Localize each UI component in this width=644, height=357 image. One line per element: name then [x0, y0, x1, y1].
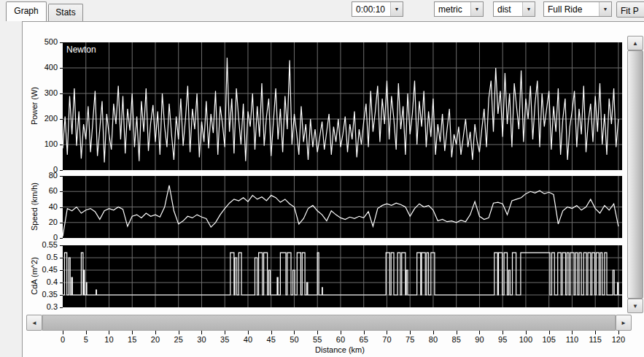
x-tick-mark — [86, 331, 87, 334]
y-tick-mark — [60, 270, 63, 271]
x-tick-mark — [179, 331, 179, 334]
y-tick-mark — [60, 223, 63, 223]
y-tick-label: 20 — [26, 218, 58, 226]
scroll-down-button[interactable]: ▼ — [627, 299, 643, 313]
y-tick-label: 300 — [26, 88, 58, 97]
x-tick-label: 95 — [491, 335, 514, 344]
y-tick-label: 200 — [26, 114, 58, 123]
units-dropdown[interactable]: metric ▼ — [434, 1, 484, 17]
y-tick-label: 100 — [26, 139, 58, 148]
x-tick-mark — [618, 331, 619, 334]
y-tick-label: 0.3 — [26, 302, 58, 311]
y-tick-label: 0.45 — [26, 265, 58, 274]
interval-dropdown-value: 0:00:10 — [352, 2, 390, 16]
x-tick-mark — [271, 331, 272, 334]
y-tick-mark — [60, 258, 63, 258]
x-tick-label: 25 — [167, 335, 190, 344]
x-tick-label: 75 — [398, 335, 422, 344]
y-tick-label: 500 — [26, 37, 58, 46]
y-tick-mark — [60, 170, 63, 171]
x-tick-label: 5 — [74, 335, 98, 344]
y-tick-label: 0.35 — [26, 290, 58, 299]
x-tick-label: 55 — [306, 335, 329, 344]
x-tick-label: 50 — [282, 335, 306, 344]
y-tick-mark — [60, 176, 63, 177]
y-tick-mark — [60, 42, 63, 43]
x-tick-mark — [201, 331, 202, 334]
y-tick-label: 80 — [26, 171, 58, 180]
plot-svg-power — [63, 42, 622, 170]
horizontal-scrollbar[interactable]: ◄ ► — [26, 315, 632, 331]
x-tick-mark — [410, 331, 411, 334]
horizontal-scrollbar-thumb[interactable] — [42, 315, 616, 331]
x-tick-mark — [572, 331, 573, 334]
y-tick-label: 60 — [26, 186, 58, 195]
x-tick-label: 65 — [352, 335, 376, 344]
chevron-down-icon[interactable]: ▼ — [390, 2, 403, 16]
tab-stats[interactable]: Stats — [48, 4, 83, 21]
scroll-right-button[interactable]: ► — [616, 315, 632, 331]
x-tick-mark — [109, 331, 109, 334]
x-tick-mark — [526, 331, 527, 334]
y-tick-label: 0.55 — [26, 240, 58, 249]
x-tick-mark — [132, 331, 133, 334]
chevron-down-icon[interactable]: ▼ — [599, 2, 611, 16]
x-tick-mark — [63, 331, 63, 334]
x-axis-title: Distance (km) — [245, 345, 435, 354]
y-tick-mark — [60, 307, 63, 308]
scroll-up-button[interactable]: ▲ — [627, 36, 643, 50]
scroll-left-button[interactable]: ◄ — [26, 315, 42, 331]
y-tick-mark — [60, 238, 63, 239]
x-tick-mark — [503, 331, 503, 334]
chevron-down-icon[interactable]: ▼ — [470, 2, 483, 16]
x-tick-label: 45 — [260, 335, 283, 344]
fit-plot-button[interactable]: Fit P — [616, 1, 644, 18]
y-tick-label: 40 — [26, 202, 58, 211]
x-tick-mark — [341, 331, 341, 334]
x-tick-label: 110 — [560, 335, 583, 344]
x-tick-mark — [317, 331, 318, 334]
chevron-down-icon[interactable]: ▼ — [522, 2, 535, 16]
x-tick-mark — [549, 331, 550, 334]
plot-svg-cda — [63, 245, 622, 307]
x-tick-label: 100 — [514, 335, 538, 344]
range-dropdown[interactable]: Full Ride ▼ — [543, 1, 612, 17]
xaxis-mode-dropdown-value: dist — [494, 2, 522, 16]
units-dropdown-value: metric — [435, 2, 470, 16]
y-tick-mark — [60, 93, 63, 94]
power-plot-area[interactable] — [63, 42, 622, 170]
x-tick-mark — [294, 331, 295, 334]
y-tick-label: 0.5 — [26, 253, 58, 261]
x-tick-label: 0 — [51, 335, 74, 344]
cda-plot-area[interactable] — [63, 245, 622, 307]
x-tick-mark — [479, 331, 480, 334]
x-tick-label: 35 — [213, 335, 236, 344]
x-tick-label: 15 — [120, 335, 144, 344]
x-tick-label: 115 — [583, 335, 607, 344]
x-tick-label: 30 — [190, 335, 213, 344]
vertical-scrollbar-thumb[interactable] — [627, 50, 643, 299]
x-tick-mark — [225, 331, 225, 334]
speed-plot-area[interactable] — [63, 176, 622, 238]
x-tick-label: 85 — [445, 335, 468, 344]
xaxis-mode-dropdown[interactable]: dist ▼ — [493, 1, 535, 17]
series-annotation: Newton — [66, 45, 96, 55]
x-tick-mark — [364, 331, 365, 334]
x-tick-label: 120 — [607, 335, 630, 344]
y-tick-mark — [60, 145, 63, 145]
x-tick-label: 105 — [538, 335, 561, 344]
x-tick-label: 20 — [144, 335, 167, 344]
y-tick-mark — [60, 295, 63, 296]
x-tick-mark — [155, 331, 156, 334]
y-tick-mark — [60, 245, 63, 246]
tab-graph[interactable]: Graph — [6, 1, 47, 21]
x-tick-mark — [595, 331, 596, 334]
x-tick-label: 60 — [329, 335, 352, 344]
y-tick-label: 400 — [26, 63, 58, 72]
vertical-scrollbar[interactable]: ▲ ▼ — [627, 36, 643, 313]
x-tick-label: 40 — [236, 335, 260, 344]
y-tick-label: 0.4 — [26, 277, 58, 286]
interval-dropdown[interactable]: 0:00:10 ▼ — [352, 1, 403, 17]
range-dropdown-value: Full Ride — [544, 2, 599, 16]
x-tick-label: 80 — [422, 335, 445, 344]
